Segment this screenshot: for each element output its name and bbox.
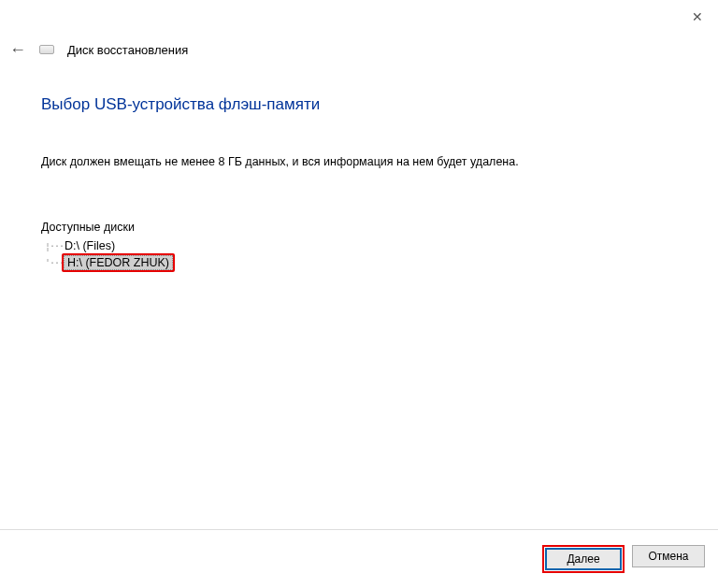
drives-tree: ¦··· D:\ (Files) '··· H:\ (FEDOR ZHUK) [41,237,677,271]
cancel-button[interactable]: Отмена [632,545,705,567]
main-content: Выбор USB-устройства флэш-памяти Диск до… [41,95,677,271]
tree-branch-icon: '··· [45,258,62,268]
drive-icon [39,45,54,54]
drive-item[interactable]: ¦··· D:\ (Files) [41,237,677,254]
drive-item[interactable]: '··· H:\ (FEDOR ZHUK) [41,254,677,271]
highlight-box: Далее [542,545,625,573]
drive-item-label: D:\ (Files) [62,239,118,252]
instruction-text: Диск должен вмещать не менее 8 ГБ данных… [41,155,677,168]
drives-label: Доступные диски [41,221,677,234]
wizard-header: ← Диск восстановления [9,41,188,58]
highlight-box: H:\ (FEDOR ZHUK) [62,253,175,272]
back-arrow-icon[interactable]: ← [9,41,26,58]
close-icon[interactable]: ✕ [688,7,707,26]
drive-item-label: H:\ (FEDOR ZHUK) [64,255,173,270]
wizard-footer: Далее Отмена [0,529,718,573]
tree-branch-icon: ¦··· [45,241,62,251]
page-heading: Выбор USB-устройства флэш-памяти [41,95,677,114]
next-button[interactable]: Далее [545,548,622,570]
wizard-title: Диск восстановления [67,43,188,57]
